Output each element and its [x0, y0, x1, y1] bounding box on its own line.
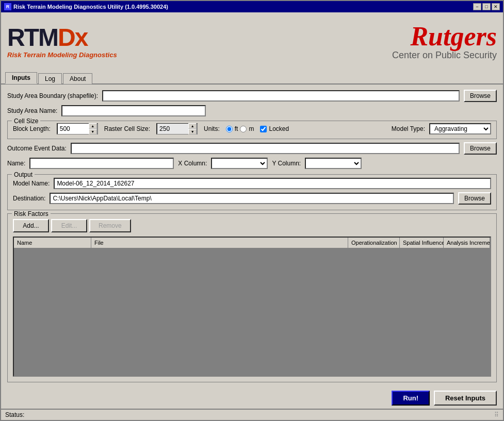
x-column-label: X Column: [178, 160, 207, 167]
model-name-input[interactable] [54, 178, 491, 189]
block-length-label: Block Length: [13, 125, 51, 132]
block-length-spinner-buttons[interactable]: ▲ ▼ [89, 123, 97, 134]
close-button[interactable]: ✕ [492, 3, 500, 10]
cell-size-group: Cell Size Block Length: ▲ ▼ Raster Cell … [7, 121, 497, 139]
study-area-name-label: Study Area Name: [7, 107, 57, 114]
study-area-boundary-row: Study Area Boundary (shapefile): Browse [7, 90, 497, 102]
locked-checkbox-row: Locked [260, 125, 289, 132]
logo-dx-text: Dx [58, 25, 87, 50]
bottom-bar: Run! Reset Inputs [1, 388, 503, 409]
title-bar-left: R Risk Terrain Modeling Diagnostics Util… [4, 3, 168, 10]
logo-subtitle-italic: Diagnostics [79, 51, 117, 59]
rutgers-logo-area: Rutgers Center on Public Security [392, 23, 497, 61]
destination-browse-button[interactable]: Browse [458, 192, 491, 205]
maximize-button[interactable]: □ [482, 3, 491, 10]
model-name-label: Model Name: [13, 180, 50, 187]
model-type-label: Model Type: [392, 125, 425, 132]
locked-label: Locked [269, 125, 289, 132]
raster-cell-down[interactable]: ▼ [188, 129, 197, 134]
title-bar-controls: − □ ✕ [473, 3, 500, 10]
block-length-spinner[interactable]: ▲ ▼ [57, 123, 98, 134]
risk-factors-group: Risk Factors Add... Edit... Remove Name … [7, 213, 497, 382]
col-spatial-influence: Spatial Influence [400, 238, 444, 248]
status-label: Status: [5, 411, 24, 418]
rutgers-subtitle: Center on Public Security [392, 50, 497, 61]
risk-factors-table: Name File Operationalization Spatial Inf… [13, 237, 491, 377]
study-area-name-row: Study Area Name: [7, 105, 497, 116]
unit-m-label: m [249, 125, 254, 132]
y-column-label: Y Column: [272, 160, 301, 167]
raster-cell-up[interactable]: ▲ [188, 123, 197, 129]
main-content: Study Area Boundary (shapefile): Browse … [1, 85, 503, 388]
risk-buttons-row: Add... Edit... Remove [13, 219, 491, 232]
name-input[interactable] [29, 158, 174, 169]
x-column-select[interactable] [211, 158, 268, 169]
outcome-event-data-browse-button[interactable]: Browse [464, 142, 497, 155]
outcome-event-data-input[interactable] [71, 143, 460, 154]
study-area-boundary-browse-button[interactable]: Browse [464, 90, 497, 102]
tab-log[interactable]: Log [38, 73, 62, 84]
output-group-label: Output [12, 171, 35, 178]
title-bar: R Risk Terrain Modeling Diagnostics Util… [1, 1, 503, 12]
logo-rtm-text: RTM [7, 25, 58, 50]
logo-area: RTM Dx Risk Terrain Modeling Diagnostics [7, 25, 117, 59]
block-length-up[interactable]: ▲ [89, 123, 97, 129]
name-columns-row: Name: X Column: Y Column: [7, 158, 497, 169]
model-type-container: Model Type: Aggravating Protective [392, 123, 491, 134]
window-title: Risk Terrain Modeling Diagnostics Utilit… [13, 4, 168, 10]
destination-row: Destination: Browse [13, 192, 491, 205]
destination-input[interactable] [50, 193, 454, 204]
destination-label: Destination: [13, 195, 45, 202]
units-radio-group: ft m [226, 125, 254, 132]
model-name-row: Model Name: [13, 178, 491, 189]
unit-m-radio[interactable] [240, 126, 247, 132]
y-column-select[interactable] [305, 158, 362, 169]
header: RTM Dx Risk Terrain Modeling Diagnostics… [1, 12, 503, 72]
status-bar: Status: ⠿ [1, 409, 503, 420]
col-operationalization: Operationalization [348, 238, 400, 248]
edit-button[interactable]: Edit... [51, 219, 87, 232]
logo-subtitle: Risk Terrain Modeling Diagnostics [7, 51, 117, 59]
tabs-bar: Inputs Log About [1, 72, 503, 85]
name-label: Name: [7, 160, 25, 167]
remove-button[interactable]: Remove [89, 219, 131, 232]
app-icon: R [4, 3, 11, 10]
app-logo: RTM Dx [7, 25, 117, 50]
reset-inputs-button[interactable]: Reset Inputs [434, 391, 497, 406]
block-length-down[interactable]: ▼ [89, 129, 97, 134]
raster-cell-size-spinner[interactable]: ▲ ▼ [156, 123, 198, 134]
logo-subtitle-plain: Risk Terrain Modeling [7, 51, 77, 59]
cell-size-row: Block Length: ▲ ▼ Raster Cell Size: ▲ ▼ [13, 123, 491, 134]
raster-cell-size-spinner-buttons[interactable]: ▲ ▼ [188, 123, 197, 134]
model-type-select[interactable]: Aggravating Protective [429, 123, 491, 134]
risk-table-body [14, 248, 490, 376]
cell-size-group-label: Cell Size [12, 117, 40, 125]
risk-factors-group-label: Risk Factors [12, 210, 51, 217]
col-analysis-increments: Analysis Increments [444, 238, 490, 248]
study-area-boundary-label: Study Area Boundary (shapefile): [7, 92, 98, 99]
run-button[interactable]: Run! [392, 391, 430, 406]
study-area-name-input[interactable] [61, 105, 206, 116]
tab-about[interactable]: About [63, 73, 92, 84]
tab-inputs[interactable]: Inputs [5, 72, 37, 84]
units-label: Units: [204, 125, 220, 132]
col-name: Name [14, 238, 91, 248]
raster-cell-size-input[interactable] [157, 124, 188, 134]
study-area-boundary-input[interactable] [102, 90, 460, 102]
unit-ft-label: ft [235, 125, 238, 132]
unit-ft-radio[interactable] [226, 126, 233, 132]
col-file: File [91, 238, 348, 248]
risk-table-header: Name File Operationalization Spatial Inf… [14, 238, 490, 248]
outcome-event-data-label: Outcome Event Data: [7, 145, 67, 152]
add-button[interactable]: Add... [13, 219, 49, 232]
minimize-button[interactable]: − [473, 3, 481, 10]
raster-cell-size-label: Raster Cell Size: [104, 125, 150, 132]
output-group: Output Model Name: Destination: Browse [7, 174, 497, 210]
rutgers-title: Rutgers [392, 23, 497, 50]
block-length-input[interactable] [58, 124, 89, 134]
outcome-event-data-row: Outcome Event Data: Browse [7, 142, 497, 155]
resize-handle: ⠿ [494, 411, 499, 418]
locked-checkbox[interactable] [260, 126, 267, 132]
